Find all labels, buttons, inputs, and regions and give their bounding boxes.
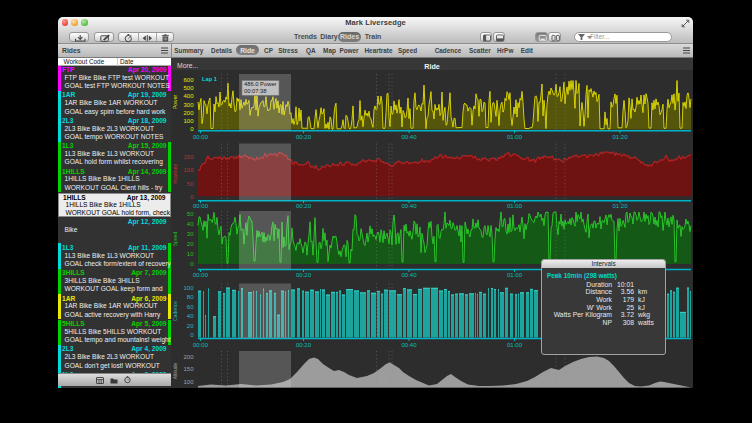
svg-text:20: 20	[187, 241, 194, 247]
svg-text:50: 50	[187, 211, 194, 217]
svg-text:00:40: 00:40	[401, 134, 417, 140]
svg-text:100: 100	[183, 167, 194, 173]
svg-text:00:40: 00:40	[401, 272, 417, 278]
svg-text:Power: Power	[172, 95, 178, 110]
svg-text:00:07:38: 00:07:38	[244, 88, 267, 94]
svg-text:0: 0	[190, 194, 194, 200]
svg-text:600: 600	[183, 77, 194, 83]
svg-text:150: 150	[183, 366, 194, 372]
svg-text:Lap 1: Lap 1	[202, 76, 217, 82]
svg-text:60: 60	[187, 304, 194, 310]
svg-text:01:20: 01:20	[612, 203, 628, 209]
svg-text:00:00: 00:00	[193, 203, 209, 209]
svg-text:00:20: 00:20	[296, 342, 312, 348]
svg-text:400: 400	[183, 93, 194, 99]
svg-text:01:00: 01:00	[507, 203, 523, 209]
svg-text:20: 20	[187, 323, 194, 329]
svg-text:10: 10	[187, 251, 194, 257]
svg-text:40: 40	[187, 313, 194, 319]
svg-text:0: 0	[190, 126, 194, 132]
svg-text:80: 80	[187, 294, 194, 300]
svg-text:200: 200	[183, 110, 194, 116]
svg-text:00:40: 00:40	[401, 342, 417, 348]
svg-text:50: 50	[187, 181, 194, 187]
svg-text:150: 150	[183, 154, 194, 160]
svg-text:01:00: 01:00	[507, 272, 523, 278]
svg-text:01:00: 01:00	[507, 134, 523, 140]
svg-text:Speed: Speed	[172, 232, 178, 247]
svg-text:100: 100	[183, 285, 194, 291]
svg-text:00:40: 00:40	[401, 203, 417, 209]
svg-text:300: 300	[183, 102, 194, 108]
svg-text:00:20: 00:20	[296, 272, 312, 278]
svg-text:200: 200	[183, 354, 194, 360]
svg-text:0: 0	[190, 332, 194, 338]
svg-text:01:20: 01:20	[612, 134, 628, 140]
svg-text:00:00: 00:00	[193, 272, 209, 278]
svg-text:30: 30	[187, 231, 194, 237]
svg-text:00:20: 00:20	[296, 203, 312, 209]
svg-text:00:00: 00:00	[193, 342, 209, 348]
svg-text:00:00: 00:00	[193, 134, 209, 140]
svg-text:0: 0	[190, 261, 194, 267]
svg-text:00:20: 00:20	[296, 134, 312, 140]
svg-text:486.0 Power: 486.0 Power	[244, 81, 277, 87]
svg-text:01:00: 01:00	[507, 342, 523, 348]
svg-text:500: 500	[183, 85, 194, 91]
svg-text:40: 40	[187, 221, 194, 227]
svg-text:Heartrate: Heartrate	[172, 163, 178, 184]
svg-text:Altitude: Altitude	[172, 362, 178, 379]
svg-text:100: 100	[183, 379, 194, 385]
svg-text:100: 100	[183, 118, 194, 124]
svg-text:Cadence: Cadence	[172, 301, 178, 321]
